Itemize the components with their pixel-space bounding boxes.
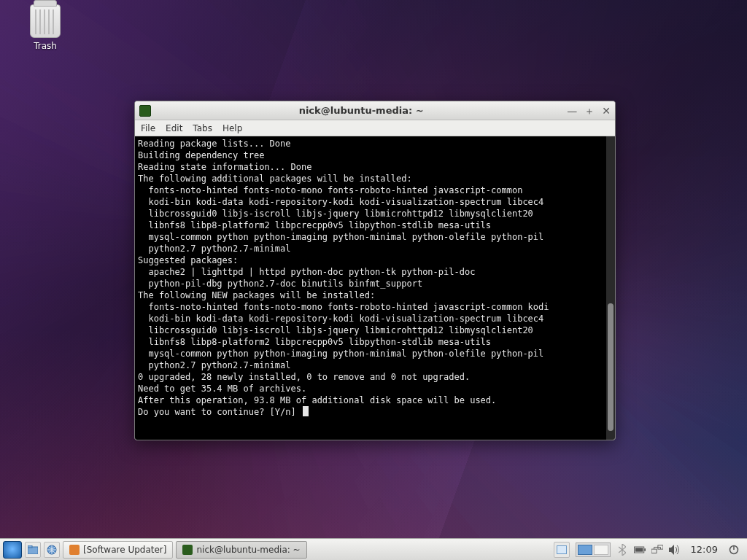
- svg-rect-6: [635, 548, 643, 551]
- scrollbar-thumb[interactable]: [608, 303, 614, 431]
- file-manager-launcher[interactable]: [25, 542, 41, 558]
- software-updater-icon: [69, 545, 80, 555]
- svg-rect-3: [557, 545, 566, 553]
- window-titlebar[interactable]: nick@lubuntu-media: ~ — ＋ ✕: [135, 101, 615, 120]
- terminal-output[interactable]: Reading package lists... Done Building d…: [135, 136, 615, 440]
- system-tray: 12:09: [549, 542, 744, 558]
- terminal-icon: [182, 545, 193, 555]
- terminal-icon: [139, 105, 151, 117]
- show-desktop-button[interactable]: [554, 542, 570, 558]
- task-label: [Software Updater]: [83, 545, 166, 555]
- desktop-trash-icon[interactable]: Trash: [22, 4, 69, 51]
- workspace-2[interactable]: [594, 545, 608, 555]
- bluetooth-icon[interactable]: [616, 544, 628, 556]
- network-icon[interactable]: [651, 544, 663, 556]
- minimize-button[interactable]: —: [567, 106, 577, 116]
- window-menubar: File Edit Tabs Help: [135, 120, 615, 136]
- taskbar: [Software Updater] nick@lubuntu-media: ~…: [0, 538, 747, 560]
- trash-label: Trash: [22, 41, 69, 51]
- taskbar-item-software-updater[interactable]: [Software Updater]: [63, 541, 173, 559]
- logout-icon[interactable]: [728, 544, 740, 556]
- menu-tabs[interactable]: Tabs: [193, 123, 212, 133]
- menu-edit[interactable]: Edit: [166, 123, 182, 133]
- close-button[interactable]: ✕: [602, 106, 611, 116]
- clock[interactable]: 12:09: [686, 544, 722, 555]
- battery-icon[interactable]: [634, 544, 646, 556]
- maximize-button[interactable]: ＋: [584, 106, 595, 116]
- workspace-pager[interactable]: [576, 542, 611, 557]
- start-menu-button[interactable]: [3, 541, 22, 559]
- workspace-1[interactable]: [578, 545, 592, 555]
- window-title: nick@lubuntu-media: ~: [155, 105, 567, 116]
- menu-file[interactable]: File: [141, 123, 155, 133]
- trash-icon: [30, 4, 61, 38]
- task-label: nick@lubuntu-media: ~: [196, 545, 300, 555]
- taskbar-item-terminal[interactable]: nick@lubuntu-media: ~: [176, 541, 306, 559]
- menu-help[interactable]: Help: [222, 123, 242, 133]
- svg-rect-1: [28, 545, 32, 548]
- terminal-scrollbar[interactable]: [606, 136, 615, 440]
- volume-icon[interactable]: [669, 544, 681, 556]
- browser-launcher[interactable]: [44, 542, 60, 558]
- terminal-window: nick@lubuntu-media: ~ — ＋ ✕ File Edit Ta…: [134, 101, 616, 440]
- svg-rect-7: [651, 549, 657, 553]
- svg-rect-5: [644, 548, 646, 551]
